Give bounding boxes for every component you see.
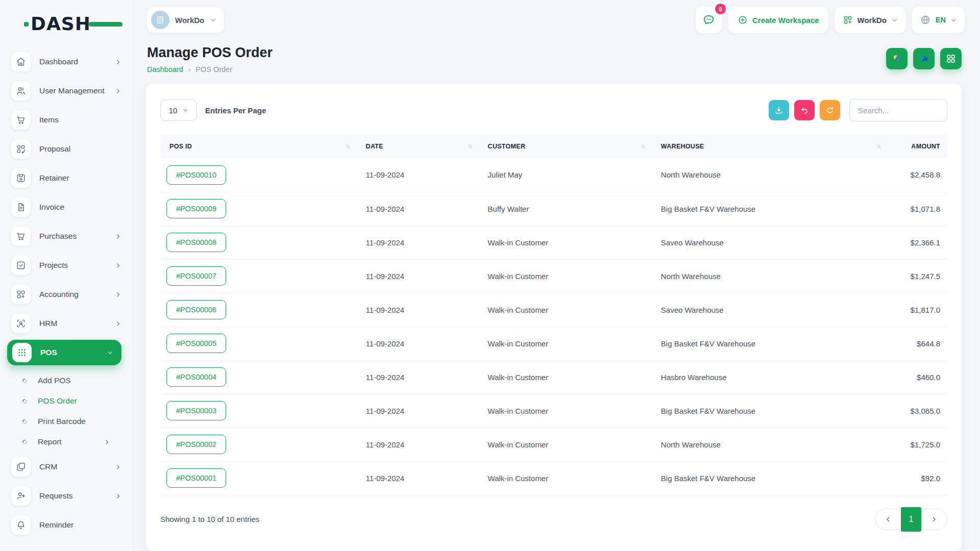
topbar: WorkDo 0 Create Workspace WorkDo xyxy=(132,0,980,37)
sidebar-item-retainer[interactable]: Retainer xyxy=(0,165,132,191)
sidebar-item-dashboard[interactable]: Dashboard xyxy=(0,49,132,74)
cell-warehouse: North Warehouse xyxy=(654,428,890,461)
chevron-right-icon xyxy=(115,464,121,470)
column-header-customer[interactable]: CUSTOMER xyxy=(481,135,654,158)
language-label: EN xyxy=(936,16,946,24)
grid-view-button[interactable] xyxy=(940,48,962,69)
language-selector[interactable]: EN xyxy=(912,7,965,33)
undo-button[interactable] xyxy=(794,100,815,120)
pos-id-badge[interactable]: #POS00010 xyxy=(166,165,226,185)
entries-per-page-select[interactable]: 10 xyxy=(160,99,197,121)
sidebar-item-invoice[interactable]: Invoice xyxy=(0,194,132,220)
sidebar-item-pos[interactable]: POS xyxy=(7,340,121,365)
table-controls: 10 Entries Per Page xyxy=(160,99,947,121)
prev-page-button[interactable] xyxy=(875,516,901,523)
chevron-right-icon xyxy=(115,493,121,499)
app-switcher-button[interactable]: WorkDo xyxy=(835,7,906,33)
cell-customer: Walk-in Customer xyxy=(481,461,654,495)
google-drive-button[interactable] xyxy=(886,48,908,69)
pos-id-badge[interactable]: #POS00008 xyxy=(166,233,226,252)
pos-id-badge[interactable]: #POS00009 xyxy=(166,199,226,218)
breadcrumb-dashboard-link[interactable]: Dashboard xyxy=(147,65,183,73)
pos-id-badge[interactable]: #POS00003 xyxy=(166,401,226,420)
current-page-button[interactable]: 1 xyxy=(901,507,921,532)
sidebar-item-projects[interactable]: Projects xyxy=(0,253,132,278)
sidebar-item-requests[interactable]: Requests xyxy=(0,483,132,509)
pos-id-badge[interactable]: #POS00002 xyxy=(166,435,226,454)
sort-icon[interactable] xyxy=(345,143,352,150)
cart-icon xyxy=(11,227,31,246)
pos-id-badge[interactable]: #POS00004 xyxy=(166,367,226,387)
cell-amount: $1,817.0 xyxy=(890,293,947,327)
sidebar-subitem-label: POS Order xyxy=(38,396,110,406)
sort-icon[interactable] xyxy=(467,143,474,150)
cell-amount: $460.0 xyxy=(890,360,947,394)
chevron-left-icon xyxy=(885,516,892,523)
bullet-icon xyxy=(21,439,28,445)
table-row: #POS0000211-09-2024Walk-in CustomerNorth… xyxy=(160,428,947,461)
sidebar-item-label: POS xyxy=(40,348,98,357)
cell-date: 11-09-2024 xyxy=(359,428,481,461)
sidebar-item-reminder[interactable]: Reminder xyxy=(0,512,132,538)
sidebar-item-crm[interactable]: CRM xyxy=(0,454,132,480)
sidebar-item-label: Retainer xyxy=(39,173,106,183)
export-button[interactable] xyxy=(769,100,789,120)
sidebar-subitem-report[interactable]: Report xyxy=(22,432,132,452)
plus-circle-icon xyxy=(738,15,748,25)
table-row: #POS0000411-09-2024Walk-in CustomerHasbr… xyxy=(160,360,947,394)
onedrive-button[interactable] xyxy=(913,48,935,69)
column-header-label: AMOUNT xyxy=(911,143,940,150)
messages-button[interactable]: 0 xyxy=(696,7,722,33)
sidebar-item-items[interactable]: Items xyxy=(0,107,132,133)
brand-logo[interactable]: DASH xyxy=(31,12,98,35)
table-body: #POS0001011-09-2024Juliet MayNorth Wareh… xyxy=(160,158,947,495)
cell-date: 11-09-2024 xyxy=(359,226,481,259)
topbar-right: 0 Create Workspace WorkDo EN xyxy=(696,7,965,33)
column-header-label: POS ID xyxy=(169,143,192,150)
pos-id-badge[interactable]: #POS00005 xyxy=(166,334,226,353)
sidebar-item-hrm[interactable]: HRM xyxy=(0,311,132,336)
page-title-block: Manage POS Order Dashboard › POS Order xyxy=(147,45,273,73)
cell-customer: Juliet May xyxy=(481,158,654,192)
chevron-right-icon xyxy=(115,59,121,65)
sidebar-subitem-pos-order[interactable]: POS Order xyxy=(22,391,132,411)
chevron-right-icon xyxy=(115,262,121,269)
sidebar-item-label: Invoice xyxy=(39,203,106,212)
pos-id-badge[interactable]: #POS00007 xyxy=(166,266,226,286)
column-header-label: DATE xyxy=(366,143,383,150)
column-header-warehouse[interactable]: WAREHOUSE xyxy=(654,135,890,158)
globe-icon xyxy=(920,14,931,26)
check-square-icon xyxy=(11,256,31,275)
pos-id-badge[interactable]: #POS00006 xyxy=(166,300,226,319)
sidebar-subitem-add-pos[interactable]: Add POS xyxy=(22,370,132,391)
sidebar-item-accounting[interactable]: Accounting xyxy=(0,282,132,307)
cell-customer: Walk-in Customer xyxy=(481,428,654,461)
pos-id-badge[interactable]: #POS00001 xyxy=(166,468,226,488)
create-workspace-button[interactable]: Create Workspace xyxy=(728,7,828,33)
cell-amount: $1,247.5 xyxy=(890,259,947,293)
column-header-amount: AMOUNT xyxy=(890,135,947,158)
next-page-button[interactable] xyxy=(921,516,947,523)
sidebar-item-label: HRM xyxy=(39,319,106,328)
breadcrumb-separator: › xyxy=(188,66,190,73)
refresh-button[interactable] xyxy=(820,100,840,120)
sort-icon[interactable] xyxy=(875,143,883,150)
sidebar-menu: DashboardUser ManagementItemsProposalRet… xyxy=(0,49,132,538)
search-input[interactable] xyxy=(849,99,947,121)
workspace-selector[interactable]: WorkDo xyxy=(147,7,224,33)
onedrive-icon xyxy=(918,53,929,64)
cell-date: 11-09-2024 xyxy=(359,192,481,226)
sidebar-item-purchases[interactable]: Purchases xyxy=(0,223,132,249)
sidebar-item-label: Projects xyxy=(39,261,106,270)
bell-icon xyxy=(11,515,31,535)
page-header: Manage POS Order Dashboard › POS Order xyxy=(132,37,980,73)
sidebar-item-user-management[interactable]: User Management xyxy=(0,78,132,104)
sort-icon[interactable] xyxy=(640,143,647,150)
table-row: #POS0000611-09-2024Walk-in CustomerSaveo… xyxy=(160,293,947,327)
column-header-date[interactable]: DATE xyxy=(359,135,481,158)
sidebar-item-proposal[interactable]: Proposal xyxy=(0,136,132,162)
column-header-pos-id[interactable]: POS ID xyxy=(160,135,359,158)
google-drive-icon xyxy=(891,53,902,64)
sidebar-subitem-label: Add POS xyxy=(38,376,110,385)
sidebar-subitem-print-barcode[interactable]: Print Barcode xyxy=(22,411,132,432)
